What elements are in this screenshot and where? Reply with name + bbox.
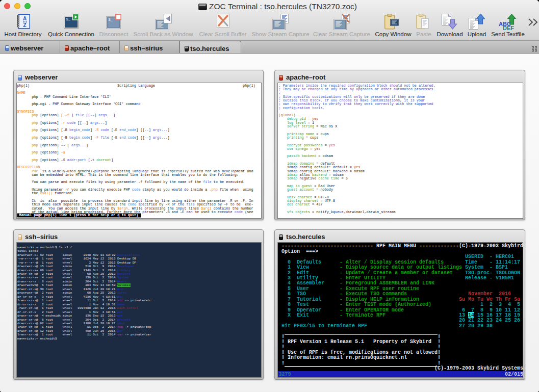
svg-text:Z: Z: [23, 22, 26, 28]
svg-text:A: A: [22, 16, 26, 21]
svg-text:$_: $_: [109, 18, 113, 22]
svg-text:DEF: DEF: [503, 25, 514, 30]
svg-text:$_: $_: [66, 17, 70, 21]
